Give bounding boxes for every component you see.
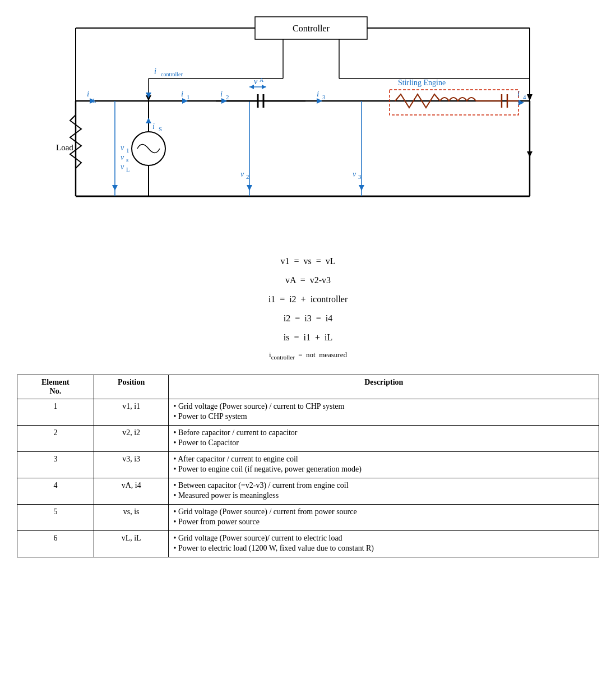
i4-sub: 4 xyxy=(523,94,526,100)
vA-sub: A xyxy=(260,77,264,83)
element-number: 6 xyxy=(17,531,94,557)
equations-section: v1 = vs = vL vA = v2-v3 i1 = i2 + icontr… xyxy=(17,252,599,363)
circuit-svg: Controller Load xyxy=(42,11,575,247)
element-description: Grid voltage (Power source) / current to… xyxy=(169,399,599,426)
equation-4: i2 = i3 = i4 xyxy=(17,310,599,327)
iL-sub: L xyxy=(92,97,96,104)
equation-6: icontroller = not measured xyxy=(17,348,599,363)
element-number: 2 xyxy=(17,426,94,452)
svg-marker-45 xyxy=(262,85,266,89)
bullet-item: After capacitor / current to engine coil xyxy=(173,455,594,464)
v3-label: v xyxy=(353,170,356,178)
col-header-position: Position xyxy=(94,375,169,399)
bullet-item: Power to engine coil (if negative, power… xyxy=(173,465,594,474)
vL-sub: L xyxy=(126,166,130,173)
i3-label: i xyxy=(317,89,319,98)
svg-marker-47 xyxy=(247,185,252,191)
table-row: 4vA, i4Between capacitor (=v2-v3) / curr… xyxy=(17,478,599,505)
svg-marker-46 xyxy=(112,185,118,191)
v1-sub: 1 xyxy=(126,147,129,154)
svg-rect-24 xyxy=(390,90,518,115)
table-row: 2v2, i2Before capacitor / current to cap… xyxy=(17,426,599,452)
icontroller-sub: controller xyxy=(161,71,183,77)
i1-sub: 1 xyxy=(187,94,190,100)
bullet-item: Power to CHP system xyxy=(173,412,594,421)
element-number: 1 xyxy=(17,399,94,426)
icontroller-label: i xyxy=(154,67,156,76)
vs-label: v xyxy=(121,153,124,161)
table-row: 5vs, isGrid voltage (Power source) / cur… xyxy=(17,505,599,531)
bullet-item: Measured power is meaningless xyxy=(173,491,594,500)
i2-sub: 2 xyxy=(226,94,229,100)
bullet-item: Grid voltage (Power source) / current fr… xyxy=(173,507,594,516)
bullet-item: Power to electric load (1200 W, fixed va… xyxy=(173,544,594,553)
svg-marker-39 xyxy=(317,98,322,104)
equation-2: vA = v2-v3 xyxy=(17,271,599,289)
element-description: After capacitor / current to engine coil… xyxy=(169,452,599,478)
bullet-item: Power from power source xyxy=(173,518,594,527)
bullet-item: Grid voltage (Power source) / current to… xyxy=(173,402,594,411)
v3-sub: 3 xyxy=(358,173,362,180)
v2-sub: 2 xyxy=(246,173,249,180)
i4-label: i xyxy=(517,89,520,98)
i3-sub: 3 xyxy=(322,94,326,100)
element-description: Grid voltage (Power source) / current fr… xyxy=(169,505,599,531)
v2-label: v xyxy=(240,170,244,178)
equation-3: i1 = i2 + icontroller xyxy=(17,290,599,308)
bullet-item: Grid voltage (Power source)/ current to … xyxy=(173,534,594,543)
col-header-element: ElementNo. xyxy=(17,375,94,399)
i2-label: i xyxy=(220,89,223,98)
element-number: 4 xyxy=(17,478,94,505)
element-position: v3, i3 xyxy=(94,452,169,478)
element-position: v1, i1 xyxy=(94,399,169,426)
element-number: 3 xyxy=(17,452,94,478)
table-row: 1v1, i1Grid voltage (Power source) / cur… xyxy=(17,399,599,426)
vs-sub: s xyxy=(126,156,128,163)
element-description: Between capacitor (=v2-v3) / current fro… xyxy=(169,478,599,505)
element-table: ElementNo. Position Description 1v1, i1G… xyxy=(17,375,599,557)
svg-marker-41 xyxy=(527,151,532,157)
equation-5: is = i1 + iL xyxy=(17,329,599,347)
table-row: 6vL, iLGrid voltage (Power source)/ curr… xyxy=(17,531,599,557)
vA-label: v xyxy=(254,77,258,86)
stirling-label: Stirling Engine xyxy=(398,79,446,87)
vL-label: v xyxy=(121,163,124,171)
element-description: Grid voltage (Power source)/ current to … xyxy=(169,531,599,557)
svg-marker-42 xyxy=(146,118,151,123)
element-number: 5 xyxy=(17,505,94,531)
element-position: vA, i4 xyxy=(94,478,169,505)
controller-label: Controller xyxy=(293,24,330,33)
col-header-description: Description xyxy=(169,375,599,399)
i1-label: i xyxy=(181,89,183,98)
load-label: Load xyxy=(56,143,73,152)
svg-marker-44 xyxy=(249,85,254,89)
bullet-item: Before capacitor / current to capacitor xyxy=(173,428,594,437)
equation-1: v1 = vs = vL xyxy=(17,252,599,270)
iS-label: i xyxy=(152,122,155,131)
element-position: vs, is xyxy=(94,505,169,531)
bullet-item: Between capacitor (=v2-v3) / current fro… xyxy=(173,481,594,490)
v1-label: v xyxy=(121,144,124,152)
iL-label: i xyxy=(87,89,89,98)
element-description: Before capacitor / current to capacitorP… xyxy=(169,426,599,452)
iS-sub: S xyxy=(159,126,162,132)
bullet-item: Power to Capacitor xyxy=(173,438,594,447)
element-position: vL, iL xyxy=(94,531,169,557)
svg-marker-48 xyxy=(359,185,364,191)
circuit-diagram: Controller Load xyxy=(17,11,599,247)
element-position: v2, i2 xyxy=(94,426,169,452)
table-row: 3v3, i3After capacitor / current to engi… xyxy=(17,452,599,478)
